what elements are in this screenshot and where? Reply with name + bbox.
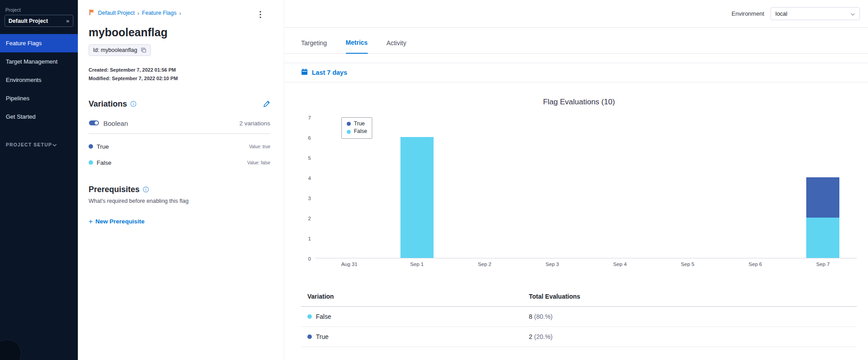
boolean-toggle-icon bbox=[89, 120, 99, 128]
true-legend-dot bbox=[347, 122, 351, 126]
variations-title: Variations bbox=[89, 99, 127, 109]
flag-detail-panel: Default Project › Feature Flags › mybool… bbox=[78, 0, 284, 360]
prerequisites-header: Prerequisites bbox=[89, 185, 270, 194]
variation-row-false: False Value: false bbox=[89, 159, 270, 166]
variation-value: Value: true bbox=[249, 144, 270, 149]
breadcrumb: Default Project › Feature Flags › bbox=[89, 9, 270, 17]
y-tick-label: 7 bbox=[308, 115, 311, 120]
x-tick-label: Sep 4 bbox=[613, 261, 627, 267]
project-setup-label: PROJECT SETUP bbox=[6, 142, 52, 147]
flag-id-badge: Id: mybooleanflag bbox=[89, 44, 151, 56]
bar-segment-false bbox=[806, 218, 839, 258]
sidebar: Project Default Project » Feature Flags … bbox=[0, 0, 78, 360]
flag-modified: Modified: September 7, 2022 02:10 PM bbox=[89, 74, 270, 83]
project-selector[interactable]: Default Project » bbox=[4, 15, 73, 27]
flag-name-title: mybooleanflag bbox=[89, 26, 270, 39]
x-tick-label: Aug 31 bbox=[341, 261, 357, 267]
environment-selected-value: local bbox=[775, 10, 787, 17]
chart-legend: True False bbox=[341, 117, 372, 139]
variation-row-true: True Value: true bbox=[89, 143, 270, 150]
project-setup-toggle[interactable]: PROJECT SETUP bbox=[0, 142, 63, 147]
x-tick-label: Sep 3 bbox=[545, 261, 559, 267]
y-tick-label: 1 bbox=[308, 236, 311, 241]
kebab-menu-icon[interactable] bbox=[257, 10, 264, 21]
row-variation-name: False bbox=[316, 313, 331, 320]
new-prerequisite-button[interactable]: + New Prerequisite bbox=[89, 218, 145, 226]
legend-label: False bbox=[354, 128, 367, 135]
row-total: 8 bbox=[529, 313, 532, 320]
copy-icon[interactable] bbox=[141, 47, 146, 53]
variations-header: Variations bbox=[89, 99, 270, 109]
variation-name: False bbox=[97, 159, 111, 166]
table-header-row: Variation Total Evaluations bbox=[301, 287, 857, 307]
chevron-down-icon bbox=[851, 10, 855, 17]
y-tick-label: 4 bbox=[308, 176, 311, 181]
prerequisites-title: Prerequisites bbox=[89, 185, 140, 194]
chart-x-axis: Aug 31Sep 1Sep 2Sep 3Sep 4Sep 5Sep 6Sep … bbox=[315, 261, 857, 273]
bar-segment-true bbox=[806, 177, 839, 218]
true-color-dot bbox=[89, 144, 93, 149]
sidebar-nav: Feature Flags Target Management Environm… bbox=[0, 34, 78, 126]
y-tick-label: 0 bbox=[308, 256, 311, 261]
calendar-icon bbox=[301, 69, 308, 77]
main-panel: Environment local Targeting Metrics Acti… bbox=[284, 0, 868, 360]
prerequisites-description: What's required before enabling this fla… bbox=[89, 198, 270, 204]
bar-sep-7 bbox=[806, 177, 839, 258]
plus-icon: + bbox=[89, 218, 93, 226]
info-icon[interactable] bbox=[130, 101, 136, 107]
variation-type-label: Boolean bbox=[103, 120, 128, 127]
sidebar-item-get-started[interactable]: Get Started bbox=[0, 107, 78, 126]
environment-bar: Environment local bbox=[284, 0, 868, 28]
sidebar-item-feature-flags[interactable]: Feature Flags bbox=[0, 34, 78, 52]
table-row-false: False 8(80.%) bbox=[301, 307, 857, 327]
x-tick-label: Sep 1 bbox=[410, 261, 424, 267]
environment-label: Environment bbox=[732, 10, 764, 17]
breadcrumb-feature-flags-link[interactable]: Feature Flags bbox=[142, 10, 176, 16]
flag-created: Created: September 7, 2022 01:56 PM bbox=[89, 66, 270, 74]
row-percent: (20.%) bbox=[534, 333, 553, 340]
new-prerequisite-label: New Prerequisite bbox=[95, 218, 145, 225]
y-tick-label: 5 bbox=[308, 155, 311, 161]
column-header-total-evaluations: Total Evaluations bbox=[529, 293, 851, 300]
legend-item-false: False bbox=[347, 128, 367, 135]
x-tick-label: Sep 7 bbox=[816, 261, 830, 267]
date-range-label: Last 7 days bbox=[312, 69, 347, 76]
tab-metrics[interactable]: Metrics bbox=[346, 39, 368, 54]
row-percent: (80.%) bbox=[534, 313, 553, 320]
bottom-logo[interactable] bbox=[0, 339, 21, 360]
tab-targeting[interactable]: Targeting bbox=[301, 39, 327, 53]
project-label: Project bbox=[5, 7, 72, 13]
tabs: Targeting Metrics Activity bbox=[284, 28, 868, 54]
variation-type-row: Boolean 2 variations bbox=[89, 120, 270, 134]
tab-activity[interactable]: Activity bbox=[387, 39, 406, 53]
project-expand-icon: » bbox=[66, 17, 69, 24]
chart-title: Flag Evaluations (10) bbox=[301, 98, 857, 107]
row-total: 2 bbox=[529, 333, 532, 340]
environment-select[interactable]: local bbox=[770, 7, 860, 20]
x-tick-label: Sep 5 bbox=[681, 261, 694, 267]
x-tick-label: Sep 2 bbox=[478, 261, 491, 267]
info-icon[interactable] bbox=[143, 186, 149, 193]
sidebar-item-environments[interactable]: Environments bbox=[0, 71, 78, 89]
row-variation-name: True bbox=[316, 333, 328, 340]
false-color-dot bbox=[307, 314, 312, 319]
breadcrumb-separator: › bbox=[137, 10, 139, 17]
app-root: Project Default Project » Feature Flags … bbox=[0, 0, 868, 360]
true-color-dot bbox=[307, 334, 312, 339]
x-tick-label: Sep 6 bbox=[749, 261, 762, 267]
sidebar-item-pipelines[interactable]: Pipelines bbox=[0, 89, 78, 107]
chart-plot-area: True False bbox=[315, 117, 857, 258]
breadcrumb-project-link[interactable]: Default Project bbox=[98, 10, 135, 16]
evaluations-table: Variation Total Evaluations False 8(80.%… bbox=[301, 287, 857, 347]
table-row-true: True 2(20.%) bbox=[301, 327, 857, 347]
column-header-variation: Variation bbox=[307, 293, 529, 300]
sidebar-item-target-management[interactable]: Target Management bbox=[0, 52, 78, 71]
chevron-down-icon bbox=[52, 142, 57, 147]
flag-id-text: Id: mybooleanflag bbox=[93, 47, 137, 53]
flag-meta: Created: September 7, 2022 01:56 PM Modi… bbox=[89, 66, 270, 83]
date-range-filter[interactable]: Last 7 days bbox=[284, 63, 868, 82]
legend-item-true: True bbox=[347, 120, 367, 128]
variation-value: Value: false bbox=[247, 160, 270, 165]
edit-variations-icon[interactable] bbox=[263, 100, 270, 107]
legend-label: True bbox=[354, 120, 365, 128]
